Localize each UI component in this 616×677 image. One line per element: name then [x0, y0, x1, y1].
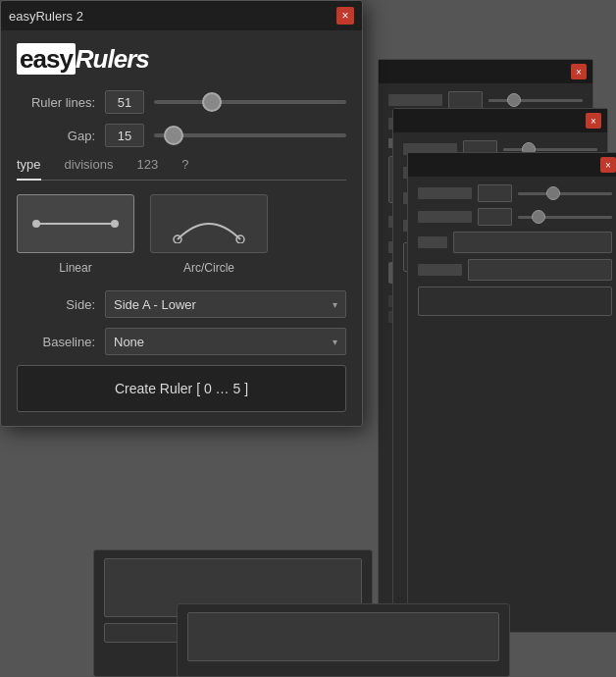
side-chevron-icon: ▾	[333, 299, 337, 310]
gap-slider-thumb[interactable]	[164, 126, 183, 145]
linear-preview	[17, 194, 134, 253]
ruler-lines-label: Ruler lines:	[17, 95, 95, 110]
logo-area: easyRulers	[17, 44, 346, 75]
bg-title-bar-1: ×	[379, 60, 592, 83]
tab-bar: type divisions 123 ?	[17, 157, 346, 181]
side-row: Side: Side A - Lower ▾	[17, 290, 346, 318]
background-window-3: ×	[407, 152, 616, 633]
ruler-lines-slider-track[interactable]	[154, 100, 346, 104]
bg-close-btn-1[interactable]: ×	[571, 64, 587, 79]
gap-label: Gap:	[17, 129, 95, 143]
tab-divisions[interactable]: divisions	[65, 157, 114, 176]
window-title: easyRulers 2	[9, 9, 83, 24]
arc-svg	[170, 204, 248, 243]
bg-title-bar-3: ×	[408, 153, 616, 177]
close-button[interactable]: ×	[336, 7, 354, 25]
arc-preview	[150, 194, 268, 253]
bg-close-btn-2[interactable]: ×	[586, 113, 601, 129]
bg-title-bar-2: ×	[393, 109, 607, 132]
main-window: easyRulers 2 × easyRulers Ruler lines: 5…	[0, 0, 363, 427]
baseline-select[interactable]: None ▾	[105, 328, 346, 355]
ruler-lines-slider-thumb[interactable]	[202, 92, 222, 112]
linear-label: Linear	[59, 261, 91, 275]
tab-type[interactable]: type	[17, 157, 41, 181]
gap-slider-track[interactable]	[154, 133, 346, 137]
side-label: Side:	[17, 297, 95, 312]
type-option-linear[interactable]: Linear	[17, 194, 134, 275]
baseline-row: Baseline: None ▾	[17, 328, 346, 355]
logo-easy: easy	[17, 43, 76, 75]
tab-123[interactable]: 123	[136, 157, 158, 176]
side-select[interactable]: Side A - Lower ▾	[105, 290, 346, 318]
app-logo: easyRulers	[17, 44, 346, 75]
gap-row: Gap: 15	[17, 124, 346, 147]
gap-value[interactable]: 15	[105, 124, 144, 147]
window-content: easyRulers Ruler lines: 51 Gap: 15 type	[1, 30, 362, 426]
type-panel: Linear Arc/Circle	[17, 194, 346, 275]
logo-rulers: Rulers	[76, 44, 149, 74]
ruler-lines-row: Ruler lines: 51	[17, 90, 346, 114]
title-bar: easyRulers 2 ×	[1, 1, 362, 30]
type-option-arc[interactable]: Arc/Circle	[150, 194, 268, 275]
tab-help[interactable]: ?	[181, 157, 188, 176]
bottom-panel-2	[177, 603, 510, 677]
create-ruler-button[interactable]: Create Ruler [ 0 … 5 ]	[17, 365, 346, 412]
arc-label: Arc/Circle	[183, 261, 234, 275]
baseline-label: Baseline:	[17, 335, 95, 349]
baseline-chevron-icon: ▾	[333, 337, 337, 347]
ruler-lines-value[interactable]: 51	[105, 90, 144, 114]
bg-close-btn-3[interactable]: ×	[600, 157, 616, 173]
